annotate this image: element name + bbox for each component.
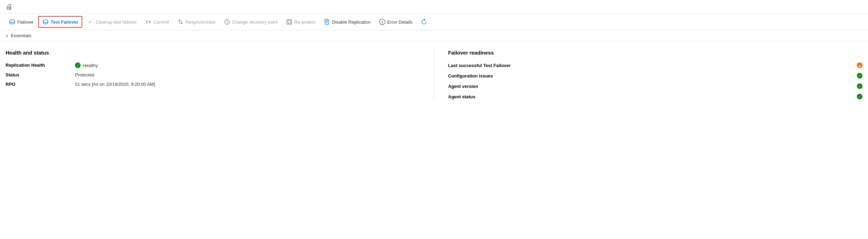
status-value: Protected xyxy=(75,72,94,77)
svg-point-0 xyxy=(10,20,15,23)
error-details-icon: i xyxy=(379,19,385,25)
commit-label: Commit xyxy=(153,19,169,25)
health-status-panel: Health and status Replication Health ✓ H… xyxy=(6,50,434,99)
agent-status-label: Agent status xyxy=(448,94,476,99)
toolbar: Failover Test Failover ✓ Cleanup test fa… xyxy=(0,14,868,30)
change-recovery-point-icon xyxy=(224,19,230,25)
agent-status-row: Agent status ✓ xyxy=(448,94,863,99)
status-label: Status xyxy=(6,72,75,77)
svg-point-1 xyxy=(43,20,48,23)
failover-readiness-panel: Failover readiness Last successful Test … xyxy=(434,50,863,99)
re-protect-button[interactable]: Re-protect xyxy=(283,17,319,27)
failover-icon xyxy=(9,19,15,25)
resynchronize-icon xyxy=(177,19,184,25)
svg-rect-3 xyxy=(287,19,292,24)
replication-health-icon: ✓ xyxy=(75,63,81,68)
agent-status-icon: ✓ xyxy=(857,94,862,99)
svg-rect-5 xyxy=(325,19,328,24)
replication-health-text: Healthy xyxy=(83,63,98,68)
svg-text:i: i xyxy=(382,20,383,24)
svg-rect-4 xyxy=(288,20,291,23)
cleanup-label: Cleanup test failover xyxy=(95,19,137,25)
disable-replication-icon xyxy=(324,19,330,25)
cleanup-icon: ✓ xyxy=(87,19,93,25)
replication-health-label: Replication Health xyxy=(6,63,75,68)
last-test-failover-label: Last successful Test Failover xyxy=(448,63,511,68)
status-row: Status Protected xyxy=(6,72,420,77)
agent-version-label: Agent version xyxy=(448,84,478,89)
essentials-section[interactable]: ∨ Essentials xyxy=(0,30,868,41)
essentials-label: Essentials xyxy=(11,33,31,38)
re-protect-label: Re-protect xyxy=(294,19,316,25)
resynchronize-label: Resynchronize xyxy=(186,19,216,25)
rpo-value: 51 secs [As on 10/19/2020, 9:20:00 AM] xyxy=(75,82,155,87)
test-failover-button[interactable]: Test Failover xyxy=(38,16,82,28)
disable-replication-label: Disable Replication xyxy=(332,19,370,25)
rpo-label: RPO xyxy=(6,82,75,87)
resynchronize-button[interactable]: Resynchronize xyxy=(174,17,219,27)
health-status-grid: Replication Health ✓ Healthy Status Prot… xyxy=(6,63,420,87)
main-content: Health and status Replication Health ✓ H… xyxy=(0,41,868,108)
test-failover-icon xyxy=(42,19,49,25)
essentials-chevron: ∨ xyxy=(6,33,9,38)
top-bar: 🖨 xyxy=(0,0,868,14)
refresh-button[interactable] xyxy=(417,17,431,27)
change-recovery-point-label: Change recovery point xyxy=(232,19,278,25)
config-issues-icon: ✓ xyxy=(857,73,862,79)
health-status-title: Health and status xyxy=(6,50,420,56)
print-icon[interactable]: 🖨 xyxy=(6,3,12,11)
change-recovery-point-button[interactable]: Change recovery point xyxy=(220,17,281,27)
config-issues-row: Configuration issues ✓ xyxy=(448,73,863,79)
replication-health-row: Replication Health ✓ Healthy xyxy=(6,63,420,68)
config-issues-label: Configuration issues xyxy=(448,73,493,79)
error-details-label: Error Details xyxy=(387,19,412,25)
failover-readiness-title: Failover readiness xyxy=(448,50,863,56)
refresh-icon xyxy=(421,19,427,25)
agent-version-row: Agent version ✓ xyxy=(448,83,863,89)
agent-version-icon: ✓ xyxy=(857,83,862,89)
last-test-failover-row: Last successful Test Failover ▲ xyxy=(448,63,863,68)
failover-label: Failover xyxy=(17,19,33,25)
disable-replication-button[interactable]: Disable Replication xyxy=(320,17,374,27)
readiness-grid: Last successful Test Failover ▲ Configur… xyxy=(448,63,863,99)
re-protect-icon xyxy=(286,19,292,25)
commit-icon xyxy=(145,19,151,25)
failover-button[interactable]: Failover xyxy=(6,17,37,27)
cleanup-test-failover-button[interactable]: ✓ Cleanup test failover xyxy=(84,17,140,27)
replication-health-value: ✓ Healthy xyxy=(75,63,98,68)
test-failover-label: Test Failover xyxy=(51,19,78,25)
error-details-button[interactable]: i Error Details xyxy=(376,17,416,27)
commit-button[interactable]: Commit xyxy=(142,17,173,27)
rpo-row: RPO 51 secs [As on 10/19/2020, 9:20:00 A… xyxy=(6,82,420,87)
last-test-failover-icon: ▲ xyxy=(857,63,862,68)
